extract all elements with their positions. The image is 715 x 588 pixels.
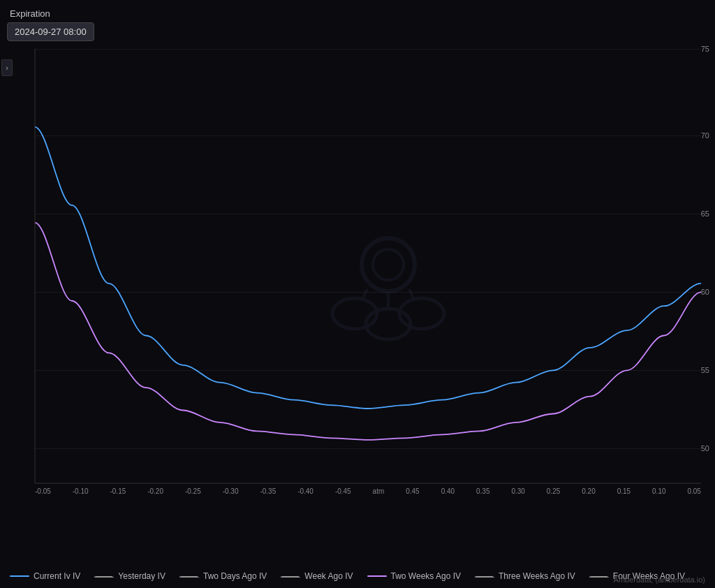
legend-label: Current Iv IV [34,571,80,581]
y-axis [0,49,35,483]
x-axis-label: -0.40 [297,487,314,495]
x-axis-label: -0.05 [35,487,51,495]
x-axis-label: 0.35 [476,487,489,495]
chart-container: Expiration 2024-09-27 08:00 › -0.05-0.10… [0,0,715,588]
legend-color-line [10,575,29,577]
y-axis-label: 75 [701,45,709,53]
date-badge[interactable]: 2024-09-27 08:00 [7,22,94,41]
legend-color-line [179,576,199,578]
x-axis-label: 0.25 [547,487,560,495]
legend-color-line [367,575,387,577]
y-axis-label: 55 [701,366,709,374]
legend-label: Three Weeks Ago IV [499,571,575,581]
x-axis-label: 0.05 [687,487,700,495]
x-axis-label: -0.25 [185,487,201,495]
x-axis-label: 0.40 [441,487,455,495]
legend-label: Week Ago IV [304,571,353,581]
y-axis-label: 70 [701,131,709,140]
x-axis-label: 0.20 [582,487,595,495]
x-axis-label: 0.45 [406,487,419,495]
x-axis-label: -0.35 [260,487,276,495]
y-axis-label: 50 [701,444,709,453]
legend-color-line [475,576,494,578]
legend-label: Two Weeks Ago IV [391,571,462,581]
x-axis-label: -0.20 [147,487,163,495]
x-axis: -0.05-0.10-0.15-0.20-0.25-0.30-0.35-0.40… [35,483,701,504]
grid-line [35,292,701,293]
y-axis-label: 65 [701,210,709,218]
y-axis-label: 60 [701,288,709,296]
x-axis-label: -0.15 [110,487,126,495]
legend-color-line [281,576,300,578]
legend: Current Iv IVYesterday IVTwo Days Ago IV… [10,571,705,581]
chart-svg [35,49,701,483]
legend-color-line [589,576,609,578]
x-axis-label: -0.45 [335,487,351,495]
x-axis-label: 0.15 [617,487,631,495]
grid-line [35,135,701,136]
legend-item: Two Days Ago IV [179,571,267,581]
x-axis-label: -0.30 [223,487,239,495]
x-axis-label: 0.10 [652,487,665,495]
grid-line [35,214,701,214]
legend-item: Yesterday IV [94,571,165,581]
legend-item: Current Iv IV [10,571,80,581]
x-axis-label: -0.10 [73,487,89,495]
x-axis-label: 0.30 [511,487,524,495]
grid-line [35,49,701,50]
x-axis-label: atm [373,487,385,495]
legend-label: Yesterday IV [118,571,165,581]
legend-label: Two Days Ago IV [203,571,267,581]
current-iv-curve [35,127,701,409]
legend-color-line [94,576,114,578]
legend-item: Two Weeks Ago IV [367,571,462,581]
historical-iv-curve [35,223,701,440]
legend-item: Week Ago IV [281,571,353,581]
amberdata-credit: Amberdata, (amberdata.io) [614,575,705,584]
legend-item: Three Weeks Ago IV [475,571,575,581]
grid-line [35,370,701,371]
grid-line [35,448,701,449]
expiration-label: Expiration [10,8,50,19]
